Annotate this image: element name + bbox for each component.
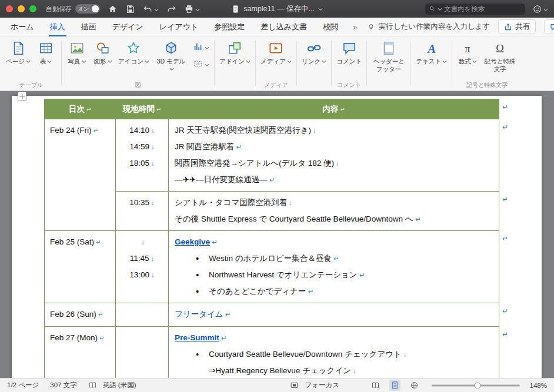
day-label[interactable]: Feb 26 (Sun)↵: [50, 306, 115, 323]
ribbon-3d-models-button[interactable]: 3D モデル: [152, 39, 191, 75]
text-line[interactable]: JR 天王寺駅発(関空快速関西空港行き)↓: [175, 122, 499, 139]
time-line[interactable]: ↓: [116, 234, 168, 250]
ribbon-comment-button[interactable]: コメント: [334, 39, 364, 67]
time-line[interactable]: 18:05↓: [116, 155, 168, 172]
home-button[interactable]: [108, 4, 118, 14]
day-label[interactable]: Feb 24 (Fri)↵: [50, 122, 115, 139]
hyperlink-text[interactable]: フリータイム: [175, 310, 223, 319]
tab-insert[interactable]: 挿入: [49, 17, 66, 36]
time-line[interactable]: 11:45↓: [116, 250, 168, 267]
close-window-button[interactable]: [6, 5, 13, 12]
day-label[interactable]: Feb 27 (Mon)↵: [50, 330, 115, 347]
day-label[interactable]: Feb 25 (Sat)↵: [50, 234, 115, 251]
tab-layout[interactable]: レイアウト: [158, 17, 200, 36]
text-line[interactable]: Geekgive↵: [175, 234, 499, 250]
text-line[interactable]: シアトル・タコマ国際空港到着↓: [175, 195, 499, 211]
time-line[interactable]: 13:00↓: [116, 267, 168, 283]
comments-button[interactable]: コメント: [544, 19, 554, 34]
page-indicator[interactable]: 1/2 ページ: [7, 381, 39, 390]
save-button[interactable]: [125, 4, 135, 14]
tellme-box[interactable]: 実行したい作業内容を入力します: [367, 22, 490, 32]
focus-label[interactable]: フォーカス: [305, 381, 339, 390]
text-line[interactable]: Westin のホテルロビー集合＆昼食↵: [175, 250, 499, 267]
autosave-toggle[interactable]: オン: [75, 4, 100, 14]
tab-overflow-indicator[interactable]: »: [353, 22, 358, 32]
web-layout-button[interactable]: [409, 380, 420, 391]
zoom-level[interactable]: 148%: [527, 382, 547, 389]
feedback-button[interactable]: [532, 4, 548, 14]
ribbon-add-ins-button[interactable]: アドイン: [217, 39, 253, 67]
day-cell[interactable]: Feb 27 (Mon)↵: [45, 327, 116, 378]
ribbon-screenshot-button[interactable]: [193, 59, 209, 71]
time-cell[interactable]: 14:10↓14:59↓18:05↓: [116, 119, 169, 192]
ribbon-table-button[interactable]: 表: [33, 39, 59, 67]
text-line[interactable]: Pre-Summit↵: [175, 330, 499, 346]
text-line[interactable]: その後 Shuttle Express で Courtyard Seattle …: [175, 211, 499, 227]
table-header-day[interactable]: 日次↵: [45, 99, 116, 119]
proofing-status-icon[interactable]: [88, 381, 97, 390]
ribbon-equation-button[interactable]: π数式: [455, 39, 480, 67]
text-line[interactable]: フリータイム↵: [175, 306, 499, 323]
text-line[interactable]: 関西国際空港発→シアトルへ(デルタ 182 便)↓: [175, 155, 499, 172]
content-cell[interactable]: Geekgive↵Westin のホテルロビー集合＆昼食↵Northwest H…: [169, 231, 499, 303]
time-line[interactable]: 14:10↓: [116, 122, 168, 139]
day-cell[interactable]: Feb 24 (Fri)↵: [45, 119, 116, 231]
text-line[interactable]: ⇒Hyatt Regency Bellevue チェックイン↓: [175, 363, 499, 378]
time-cell[interactable]: [116, 303, 169, 327]
time-cell[interactable]: [116, 327, 169, 378]
itinerary-table[interactable]: 日次↵現地時間↵内容↵Feb 24 (Fri)↵14:10↓14:59↓18:0…: [44, 99, 499, 378]
table-move-handle[interactable]: [18, 92, 26, 100]
print-layout-button[interactable]: [389, 380, 401, 391]
hyperlink-text[interactable]: Pre-Summit: [175, 333, 219, 342]
word-count[interactable]: 307 文字: [50, 381, 76, 390]
time-line[interactable]: 14:59↓: [116, 139, 168, 155]
text-line[interactable]: ―✈✈―日付変更線通過―↵: [175, 172, 499, 188]
ribbon-links-button[interactable]: リンク: [299, 39, 329, 67]
ribbon-pictures-button[interactable]: 写真: [64, 39, 90, 67]
content-cell[interactable]: フリータイム↵: [169, 303, 499, 327]
ribbon-icons-button[interactable]: アイコン: [116, 39, 152, 67]
content-cell[interactable]: JR 天王寺駅発(関空快速関西空港行き)↓JR 関西空港駅着↵関西国際空港発→シ…: [169, 119, 499, 192]
text-line[interactable]: Northwest Harvest でオリエンテーション↵: [175, 267, 499, 283]
ribbon-header-footer-button[interactable]: ヘッダーとフッター: [369, 39, 408, 75]
search-box[interactable]: 文書内を検索: [425, 4, 525, 15]
day-cell[interactable]: Feb 25 (Sat)↵: [45, 231, 116, 303]
day-cell[interactable]: Feb 26 (Sun)↵: [45, 303, 116, 327]
table-header-time[interactable]: 現地時間↵: [116, 99, 169, 119]
tab-review[interactable]: 校閲: [322, 17, 339, 36]
print-button[interactable]: [184, 4, 200, 14]
ribbon-page-button[interactable]: ページ: [4, 39, 33, 67]
text-line[interactable]: Courtyard Seattle Bellevue/Downtown チェック…: [175, 346, 499, 363]
zoom-slider-thumb[interactable]: [475, 382, 481, 388]
ribbon-chart-button[interactable]: [193, 42, 209, 54]
read-mode-button[interactable]: [370, 380, 381, 391]
content-cell[interactable]: シアトル・タコマ国際空港到着↓その後 Shuttle Express で Cou…: [169, 192, 499, 231]
tab-design[interactable]: デザイン: [111, 17, 145, 36]
tab-references[interactable]: 参照設定: [213, 17, 246, 36]
content-cell[interactable]: Pre-Summit↵Courtyard Seattle Bellevue/Do…: [169, 327, 499, 378]
ribbon-text-button[interactable]: Aテキスト: [413, 39, 449, 67]
text-line[interactable]: JR 関西空港駅着↵: [175, 139, 499, 155]
page[interactable]: 日次↵現地時間↵内容↵Feb 24 (Fri)↵14:10↓14:59↓18:0…: [12, 96, 542, 378]
focus-icon[interactable]: [290, 381, 299, 390]
tab-home[interactable]: ホーム: [9, 17, 35, 36]
ribbon-shapes-button[interactable]: 図形: [90, 39, 116, 67]
language-selector[interactable]: 英語 (米国): [103, 381, 136, 390]
fullscreen-window-button[interactable]: [29, 5, 36, 12]
tab-mailings[interactable]: 差し込み文書: [259, 17, 308, 36]
time-cell[interactable]: 10:35↓: [116, 192, 169, 231]
tab-draw[interactable]: 描画: [80, 17, 98, 36]
text-line[interactable]: そのあとどこかでディナー↵: [175, 283, 499, 300]
time-line[interactable]: 10:35↓: [116, 195, 168, 211]
table-header-content[interactable]: 内容↵: [169, 99, 499, 119]
undo-button[interactable]: [143, 4, 159, 14]
redo-button[interactable]: [166, 4, 176, 14]
share-button[interactable]: 共有: [498, 19, 536, 34]
time-cell[interactable]: ↓11:45↓13:00↓: [116, 231, 169, 303]
document-title[interactable]: sample11 — 保存中...: [231, 4, 323, 14]
hyperlink-text[interactable]: Geekgive: [175, 237, 210, 246]
minimize-window-button[interactable]: [18, 5, 25, 12]
ribbon-media-button[interactable]: メディア: [258, 39, 294, 67]
ribbon-symbols-button[interactable]: Ω記号と特殊文字: [480, 39, 519, 75]
zoom-slider[interactable]: [432, 381, 520, 390]
